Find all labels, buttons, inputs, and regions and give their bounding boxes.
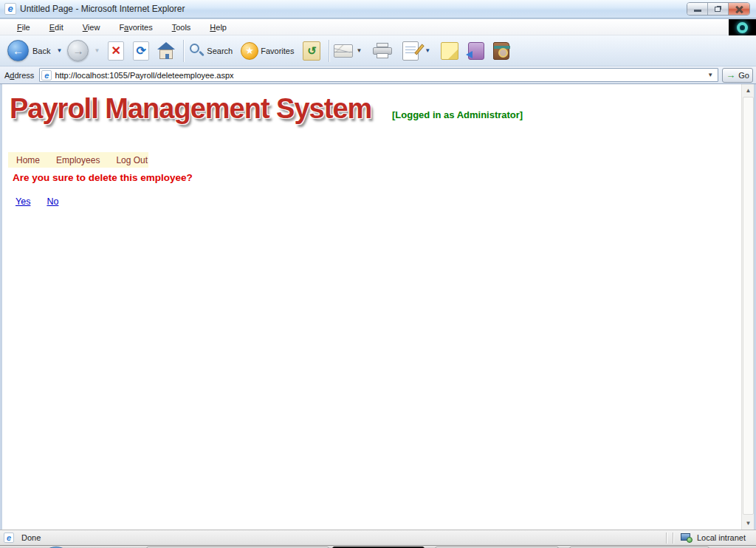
yes-link[interactable]: Yes (16, 196, 30, 207)
scroll-up-icon[interactable]: ▲ (742, 84, 755, 97)
close-icon (735, 5, 743, 14)
history-button[interactable]: ↺ (300, 40, 323, 62)
search-button[interactable]: Search (188, 43, 235, 59)
confirmation-links: Yes No (16, 196, 58, 207)
restore-button[interactable] (708, 3, 729, 15)
print-button[interactable] (371, 40, 394, 62)
scrollbar-thumb[interactable] (743, 97, 754, 515)
minimize-icon (694, 10, 701, 12)
restore-icon (715, 7, 721, 12)
no-link[interactable]: No (47, 196, 58, 207)
delete-confirmation-text: Are you sure to delete this employee? (13, 172, 193, 183)
search-label: Search (207, 47, 233, 55)
go-arrow-icon: → (726, 70, 735, 80)
status-page-icon: e (4, 532, 14, 543)
mail-button[interactable]: ▼ (334, 44, 365, 58)
favorites-label: Favorites (261, 47, 294, 55)
taskbar-sliver (0, 545, 756, 548)
security-zone-panel: Local intranet (676, 533, 756, 543)
close-button[interactable] (729, 3, 749, 15)
mail-dropdown-icon[interactable]: ▼ (356, 47, 362, 54)
address-field[interactable]: e ▼ (39, 68, 718, 82)
note-button[interactable] (439, 40, 461, 62)
standard-toolbar: ← Back ▼ → ▼ ✕ ⟳ Search ★ Favorites ↺ ▼ … (0, 35, 756, 66)
back-button[interactable]: ← Back ▼ (6, 40, 66, 61)
menu-file[interactable]: File (7, 21, 40, 34)
research-icon (493, 42, 509, 60)
menu-view[interactable]: View (73, 21, 110, 34)
favorites-star-icon: ★ (241, 42, 258, 60)
toolbar-separator (329, 40, 329, 62)
research-button[interactable] (490, 40, 512, 62)
security-zone-text: Local intranet (697, 533, 746, 542)
edit-button[interactable]: ▼ (402, 41, 434, 61)
window-controls (687, 2, 750, 16)
stop-icon: ✕ (108, 41, 124, 61)
address-dropdown-icon[interactable]: ▼ (704, 72, 716, 78)
address-input[interactable] (55, 71, 704, 80)
messenger-button[interactable] (465, 40, 487, 62)
page-title: Payroll Management System (10, 93, 371, 125)
brand-ring-icon (737, 22, 748, 33)
refresh-icon: ⟳ (133, 41, 149, 61)
ie-logo-icon: e (4, 3, 16, 15)
menu-help[interactable]: Help (200, 21, 236, 34)
nav-item-employees[interactable]: Employees (48, 155, 108, 165)
status-separator (666, 532, 667, 544)
home-icon (157, 42, 176, 60)
status-text: Done (21, 533, 41, 542)
site-nav-menu: Home Employees Log Out (8, 152, 148, 168)
print-icon (373, 43, 392, 59)
forward-icon: → (67, 40, 89, 61)
back-label: Back (32, 47, 50, 55)
menu-bar: File Edit View Favorites Tools Help (0, 19, 756, 35)
search-icon (188, 43, 205, 59)
address-label: Address (4, 71, 35, 80)
go-label: Go (738, 71, 749, 80)
browser-viewport: Payroll Management System [Logged in as … (1, 84, 755, 530)
minimize-button[interactable] (687, 3, 708, 15)
mail-icon (334, 44, 353, 58)
refresh-button[interactable]: ⟳ (130, 40, 152, 62)
nav-item-logout[interactable]: Log Out (108, 155, 156, 165)
back-dropdown-icon[interactable]: ▼ (56, 47, 62, 54)
toolbar-separator (183, 40, 184, 62)
window-title: Untitled Page - Microsoft Internet Explo… (20, 4, 185, 14)
desktop: { "window": { "title": "Untitled Page - … (0, 0, 756, 548)
windows-brand-logo (729, 19, 756, 35)
forward-dropdown-icon[interactable]: ▼ (94, 47, 100, 54)
menu-tools[interactable]: Tools (162, 21, 201, 34)
history-icon: ↺ (303, 41, 320, 61)
forward-button[interactable]: → ▼ (66, 40, 103, 61)
edit-icon (402, 41, 419, 61)
status-bar: e Done Local intranet (0, 530, 756, 545)
go-button[interactable]: → Go (722, 68, 753, 83)
sticky-note-icon (441, 42, 458, 60)
messenger-icon (468, 42, 484, 60)
back-icon: ← (7, 40, 29, 61)
favorites-button[interactable]: ★ Favorites (241, 42, 296, 60)
status-left-panel: e Done (0, 532, 663, 543)
nav-item-home[interactable]: Home (8, 155, 48, 165)
menu-edit[interactable]: Edit (40, 21, 73, 34)
edit-dropdown-icon[interactable]: ▼ (425, 47, 430, 54)
scroll-down-icon[interactable]: ▼ (742, 517, 755, 530)
login-status: [Logged in as Administrator] (392, 109, 523, 120)
home-button[interactable] (155, 40, 177, 62)
status-separator (673, 532, 673, 544)
address-bar: Address e ▼ → Go (0, 66, 756, 84)
vertical-scrollbar[interactable]: ▲ ▼ (741, 84, 754, 530)
stop-button[interactable]: ✕ (105, 40, 127, 62)
page-favicon-icon: e (41, 70, 52, 81)
menu-favorites[interactable]: Favorites (109, 21, 162, 34)
local-intranet-icon (681, 533, 693, 543)
title-bar: e Untitled Page - Microsoft Internet Exp… (0, 0, 756, 18)
